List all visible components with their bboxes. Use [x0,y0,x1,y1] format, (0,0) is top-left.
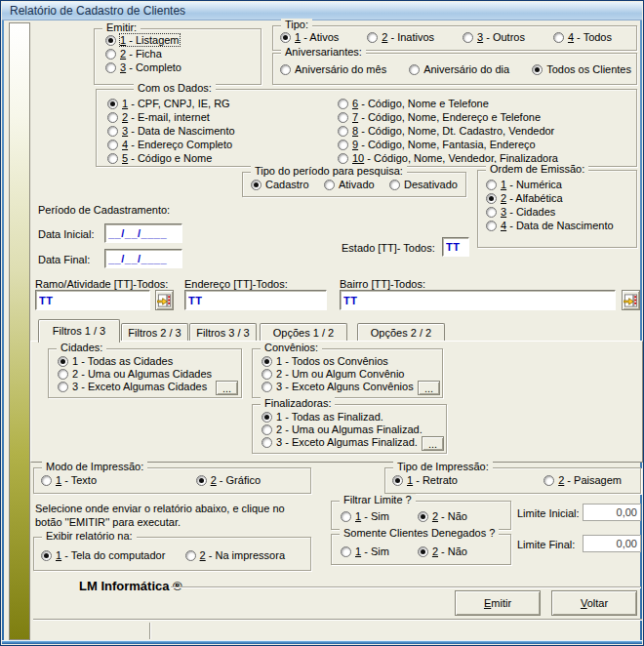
voltar-button[interactable]: Voltar [551,590,637,616]
radio-button-selected[interactable] [58,356,68,367]
radio-option[interactable]: 2 - Não [418,510,467,522]
radio-button[interactable] [409,64,420,75]
radio-option[interactable]: 2 - Alfabética [486,192,614,204]
radio-button[interactable] [338,140,348,150]
radio-option[interactable]: 2 - Um ou Algum Convênio [262,368,414,380]
radio-option[interactable]: 3 - Exceto Algumas Cidades [58,381,212,392]
radio-option[interactable]: 1 - Listagem [105,34,181,46]
data-inicial-input[interactable] [104,223,182,243]
tab-opcoes-2[interactable]: Opções 2 / 2 [357,323,445,341]
data-final-input[interactable] [104,249,182,268]
endereco-input[interactable] [184,290,327,310]
radio-button[interactable] [262,369,272,380]
radio-option[interactable]: 1 - Numérica [486,179,614,190]
radio-option[interactable]: Aniversário do mês [280,63,386,75]
radio-button[interactable] [338,112,348,123]
radio-option[interactable]: 2 - Inativos [367,31,434,43]
radio-option[interactable]: 1 - Sim [341,545,389,557]
radio-option[interactable]: 4 - Data de Nascimento [486,220,614,231]
radio-button-selected[interactable] [280,32,291,43]
radio-button[interactable] [463,32,473,43]
convenios-more-button[interactable]: ... [418,381,440,395]
radio-button[interactable] [486,180,497,190]
radio-button[interactable] [341,511,351,522]
tab-filtros-2[interactable]: Filtros 2 / 3 [121,323,188,341]
radio-option[interactable]: 7 - Código, Nome, Endereço e Telefone [338,111,558,123]
radio-button[interactable] [389,180,400,190]
radio-option[interactable]: 3 - Outros [463,31,525,43]
radio-button[interactable] [553,32,564,43]
radio-button-selected[interactable] [418,546,428,557]
radio-button-selected[interactable] [196,475,207,486]
tab-filtros-3[interactable]: Filtros 3 / 3 [189,323,257,341]
radio-option[interactable]: Aniversário do dia [409,63,509,75]
radio-button[interactable] [262,424,272,435]
radio-option[interactable]: 2 - Uma ou Algumas Cidades [58,368,212,380]
radio-option[interactable]: 2 - E-mail, internet [107,111,235,123]
radio-option[interactable]: 5 - Código e Nome [107,152,235,164]
radio-button[interactable] [367,32,378,43]
radio-button-selected[interactable] [262,356,272,367]
radio-option[interactable]: 8 - Código, Nome, Dt. Cadastro, Vendedor [338,125,558,137]
radio-button-selected[interactable] [392,475,403,486]
radio-button[interactable] [107,153,118,164]
ramo-lookup-button[interactable] [155,290,174,310]
cidades-more-button[interactable]: ... [216,381,238,395]
radio-option[interactable]: 1 - Retrato [392,474,458,486]
radio-option[interactable]: 1 - Tela do computador [41,549,165,561]
radio-button[interactable] [486,207,497,218]
radio-option[interactable]: 3 - Completo [105,61,181,73]
radio-option[interactable]: 1 - Sim [341,510,389,522]
radio-button[interactable] [338,99,348,109]
radio-button[interactable] [262,382,272,392]
radio-button-selected[interactable] [486,193,497,204]
limite-inicial-input[interactable] [583,504,641,521]
radio-option[interactable]: 9 - Código, Nome, Fantasia, Endereço [338,139,558,150]
radio-button[interactable] [107,126,118,137]
radio-button[interactable] [338,126,348,137]
radio-button-selected[interactable] [251,180,262,190]
bairro-input[interactable] [340,290,616,310]
radio-button[interactable] [105,49,116,60]
tab-opcoes-1[interactable]: Opções 1 / 2 [260,323,347,341]
radio-button[interactable] [280,64,291,75]
radio-button[interactable] [58,382,68,392]
radio-option[interactable]: 6 - Código, Nome e Telefone [338,98,558,109]
radio-option[interactable]: 2 - Não [418,545,467,557]
radio-option[interactable]: Ativado [324,179,375,190]
radio-option[interactable]: 1 - Todos os Convênios [262,355,414,367]
radio-button-selected[interactable] [107,99,118,109]
radio-option[interactable]: 4 - Todos [553,31,612,43]
radio-button[interactable] [324,180,335,190]
radio-button-selected[interactable] [532,64,543,75]
limite-final-input[interactable] [583,535,641,552]
radio-option[interactable]: Todos os Clientes [532,63,631,75]
radio-button[interactable] [341,546,351,557]
radio-option[interactable]: 2 - Gráfico [196,474,261,486]
radio-option[interactable]: 3 - Cidades [486,206,614,218]
radio-button-selected[interactable] [41,550,52,561]
radio-option[interactable]: Cadastro [251,179,309,190]
finalizadoras-more-button[interactable]: ... [422,436,444,451]
radio-option[interactable]: 1 - CPF, CNPJ, IE, RG [107,98,235,109]
radio-button[interactable] [107,112,118,123]
radio-option[interactable]: 1 - Todas as Cidades [58,355,212,367]
title-bar[interactable]: Relatório de Cadastro de Clientes [2,2,642,20]
radio-button[interactable] [105,62,116,73]
radio-button[interactable] [41,475,52,486]
radio-button[interactable] [262,437,272,448]
radio-option[interactable]: 2 - Ficha [105,48,181,60]
radio-button[interactable] [543,475,554,486]
radio-option[interactable]: 2 - Paisagem [543,474,622,486]
radio-option[interactable]: 1 - Ativos [280,31,339,43]
radio-button[interactable] [107,140,118,150]
radio-button[interactable] [58,369,68,380]
radio-button-selected[interactable] [262,412,272,423]
emitir-button[interactable]: Emitir [455,590,541,616]
ramo-input[interactable] [35,290,150,310]
radio-button-selected[interactable] [418,511,428,522]
radio-option[interactable]: 3 - Data de Nascimento [107,125,235,137]
radio-option[interactable]: 2 - Uma ou Algumas Finalizad. [262,424,423,435]
radio-button[interactable] [185,550,196,561]
radio-button[interactable] [486,221,497,231]
